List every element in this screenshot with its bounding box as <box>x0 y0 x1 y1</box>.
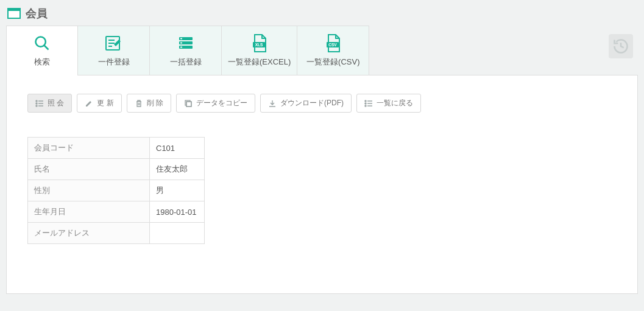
svg-text:CSV: CSV <box>328 43 337 47</box>
window-icon <box>7 8 21 19</box>
table-row: 性別 男 <box>28 180 205 201</box>
toolbar: 照 会 更 新 削 除 <box>27 94 617 113</box>
tab-label: 検索 <box>34 57 50 68</box>
history-button[interactable] <box>609 34 633 58</box>
field-value: 男 <box>150 180 205 201</box>
table-row: 会員コード C101 <box>28 138 205 159</box>
table-row: 氏名 住友太郎 <box>28 159 205 180</box>
svg-point-33 <box>365 105 366 107</box>
svg-rect-12 <box>180 43 182 44</box>
svg-line-3 <box>44 46 49 50</box>
copy-button[interactable]: データをコピー <box>176 94 255 113</box>
tab-label: 一覧登録(CSV) <box>306 57 359 68</box>
tab-label: 一覧登録(EXCEL) <box>228 57 291 68</box>
svg-point-31 <box>365 103 366 104</box>
svg-rect-11 <box>180 38 182 40</box>
page-header: 会員 <box>0 0 644 26</box>
detail-table: 会員コード C101 氏名 住友太郎 性別 男 生年月日 1980-01-01 … <box>27 137 205 244</box>
svg-point-22 <box>36 105 37 107</box>
list-icon <box>364 99 373 108</box>
button-label: データをコピー <box>196 98 247 108</box>
svg-point-2 <box>36 37 46 47</box>
svg-rect-13 <box>180 47 182 48</box>
button-label: 一覧に戻る <box>377 98 413 108</box>
tab-single-register[interactable]: 一件登録 <box>78 26 150 75</box>
tab-bulk-register[interactable]: 一括登録 <box>150 26 222 75</box>
view-button[interactable]: 照 会 <box>27 94 72 113</box>
field-value <box>150 223 205 244</box>
svg-rect-1 <box>9 11 19 18</box>
tab-label: 一括登録 <box>170 57 202 68</box>
svg-text:XLS: XLS <box>255 43 263 47</box>
download-icon <box>268 99 277 108</box>
svg-point-18 <box>36 100 37 102</box>
content-panel: 照 会 更 新 削 除 <box>6 75 638 294</box>
field-label: 性別 <box>28 180 150 201</box>
tab-label: 一件登録 <box>98 57 130 68</box>
field-value: 1980-01-01 <box>150 201 205 223</box>
pencil-icon <box>85 99 93 108</box>
tab-list-csv[interactable]: CSV 一覧登録(CSV) <box>297 26 369 75</box>
copy-icon <box>184 99 193 108</box>
tab-list-excel[interactable]: XLS 一覧登録(EXCEL) <box>222 26 297 75</box>
edit-doc-icon <box>105 35 123 52</box>
download-button[interactable]: ダウンロード(PDF) <box>260 94 352 113</box>
list-icon <box>35 99 44 108</box>
csv-file-icon: CSV <box>325 35 342 52</box>
table-row: メールアドレス <box>28 223 205 244</box>
field-label: 氏名 <box>28 159 150 180</box>
svg-point-20 <box>36 103 37 104</box>
field-label: メールアドレス <box>28 223 150 244</box>
field-label: 会員コード <box>28 138 150 159</box>
button-label: ダウンロード(PDF) <box>280 98 344 108</box>
svg-rect-27 <box>186 102 191 107</box>
edit-button[interactable]: 更 新 <box>77 94 121 113</box>
table-row: 生年月日 1980-01-01 <box>28 201 205 223</box>
button-label: 照 会 <box>48 98 64 108</box>
page-title: 会員 <box>26 6 48 21</box>
field-value: C101 <box>150 138 205 159</box>
field-value: 住友太郎 <box>150 159 205 180</box>
search-icon <box>34 35 51 52</box>
button-label: 削 除 <box>147 98 163 108</box>
tabs: 検索 一件登録 一括登録 <box>0 26 644 75</box>
back-button[interactable]: 一覧に戻る <box>356 94 421 113</box>
field-label: 生年月日 <box>28 201 150 223</box>
button-label: 更 新 <box>97 98 113 108</box>
delete-button[interactable]: 削 除 <box>127 94 171 113</box>
tab-search[interactable]: 検索 <box>6 26 78 75</box>
trash-icon <box>135 99 143 108</box>
stack-icon <box>177 35 195 52</box>
xls-file-icon: XLS <box>251 35 268 52</box>
svg-point-29 <box>365 100 366 102</box>
